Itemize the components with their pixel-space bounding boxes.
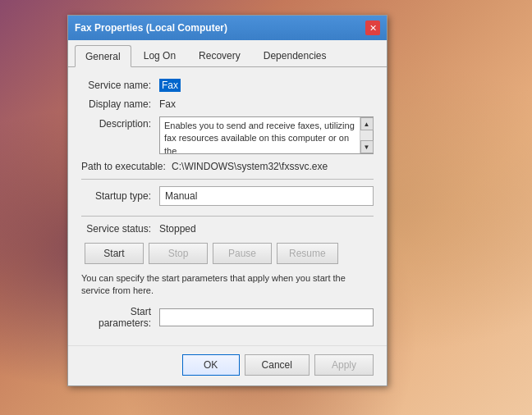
description-box: Enables you to send and receive faxes, u… (159, 116, 374, 154)
hint-text: You can specify the start parameters tha… (81, 272, 374, 298)
service-name-label: Service name: (81, 80, 159, 91)
start-button[interactable]: Start (85, 243, 144, 264)
pause-button[interactable]: Pause (213, 243, 272, 264)
display-name-row: Display name: Fax (81, 98, 374, 110)
scroll-down-arrow[interactable]: ▼ (360, 140, 374, 153)
tab-recovery[interactable]: Recovery (188, 45, 251, 66)
close-button[interactable]: ✕ (365, 21, 380, 35)
start-params-input[interactable] (159, 308, 374, 326)
ok-button[interactable]: OK (182, 354, 240, 376)
description-label: Description: (81, 116, 159, 130)
display-name-value: Fax (159, 98, 176, 110)
scroll-track (360, 130, 373, 140)
dialog-title: Fax Properties (Local Computer) (75, 22, 227, 34)
service-status-value: Stopped (159, 223, 196, 235)
service-status-section: Service status: Stopped (81, 223, 374, 235)
path-label: Path to executable: (81, 161, 166, 172)
display-name-label: Display name: (81, 98, 159, 110)
tab-bar: General Log On Recovery Dependencies (68, 40, 387, 67)
dialog-footer: OK Cancel Apply (68, 345, 387, 385)
startup-type-container: Automatic Manual Disabled Automatic (Del… (159, 186, 374, 206)
separator-2 (81, 216, 374, 217)
path-value: C:\WINDOWS\system32\fxssvc.exe (172, 161, 328, 172)
startup-type-row: Startup type: Automatic Manual Disabled … (81, 186, 374, 206)
tab-logon[interactable]: Log On (133, 45, 186, 66)
separator-1 (81, 179, 374, 180)
service-name-value: Fax (159, 79, 181, 92)
description-scrollbar[interactable]: ▲ ▼ (360, 117, 373, 153)
stop-button[interactable]: Stop (149, 243, 208, 264)
apply-button[interactable]: Apply (314, 354, 374, 376)
startup-type-label: Startup type: (81, 190, 159, 202)
resume-button[interactable]: Resume (277, 243, 338, 264)
tab-general[interactable]: General (75, 45, 131, 67)
fax-properties-dialog: Fax Properties (Local Computer) ✕ Genera… (67, 15, 388, 386)
path-section: Path to executable: C:\WINDOWS\system32\… (81, 161, 374, 172)
description-row: Description: Enables you to send and rec… (81, 116, 374, 154)
start-params-label: Start parameters: (81, 306, 159, 329)
description-text: Enables you to send and receive faxes, u… (160, 117, 360, 153)
service-status-label: Service status: (81, 223, 159, 235)
tab-dependencies[interactable]: Dependencies (253, 45, 337, 66)
title-bar: Fax Properties (Local Computer) ✕ (68, 16, 387, 40)
start-params-row: Start parameters: (81, 306, 374, 329)
service-name-row: Service name: Fax (81, 79, 374, 92)
cancel-button[interactable]: Cancel (245, 354, 310, 376)
scroll-up-arrow[interactable]: ▲ (360, 117, 374, 130)
service-control-buttons: Start Stop Pause Resume (81, 243, 374, 264)
startup-type-select[interactable]: Automatic Manual Disabled Automatic (Del… (159, 186, 374, 206)
tab-content: Service name: Fax Display name: Fax Desc… (68, 67, 387, 345)
